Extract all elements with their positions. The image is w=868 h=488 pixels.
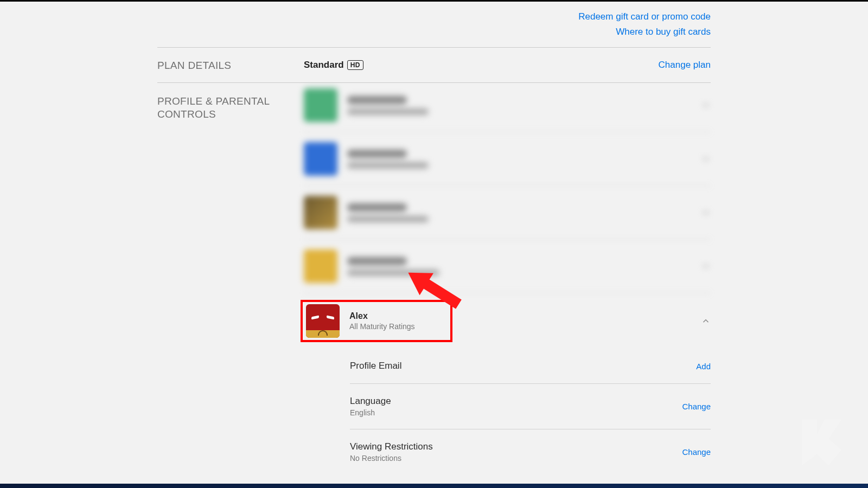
- profile-subtitle: All Maturity Ratings: [349, 322, 447, 331]
- detail-title: Viewing Restrictions: [350, 441, 433, 452]
- change-language-link[interactable]: Change: [682, 402, 711, 411]
- bottom-strip: [0, 484, 868, 488]
- profile-row-blurred[interactable]: [304, 240, 711, 293]
- hd-badge-icon: HD: [347, 60, 363, 70]
- profile-row-blurred[interactable]: [304, 186, 711, 240]
- chevron-down-icon: [701, 208, 711, 217]
- plan-section-label: PLAN DETAILS: [157, 48, 304, 72]
- profile-name: Alex: [349, 311, 447, 321]
- chevron-down-icon: [701, 154, 711, 164]
- avatar-icon: [304, 249, 337, 283]
- detail-value: No Restrictions: [350, 454, 433, 463]
- watermark-icon: [787, 404, 863, 483]
- profile-row-blurred[interactable]: [304, 83, 711, 132]
- plan-name-text: Standard: [304, 60, 344, 70]
- detail-viewing-restrictions[interactable]: Viewing Restrictions No Restrictions Cha…: [350, 429, 711, 474]
- plan-name: Standard HD: [304, 60, 363, 70]
- avatar-alex-icon: [306, 304, 340, 338]
- profile-text-blurred: [347, 203, 701, 222]
- annotation-highlight: Alex All Maturity Ratings: [301, 300, 452, 342]
- profile-row-alex[interactable]: Alex All Maturity Ratings: [304, 293, 711, 349]
- redeem-gift-link[interactable]: Redeem gift card or promo code: [157, 9, 711, 24]
- plan-row: Standard HD Change plan: [304, 48, 711, 82]
- profile-detail-list: Profile Email Add Language English Chang…: [304, 349, 711, 474]
- divider: [157, 47, 711, 48]
- plan-section: PLAN DETAILS Standard HD Change plan: [157, 48, 711, 82]
- detail-language[interactable]: Language English Change: [350, 384, 711, 429]
- chevron-down-icon: [701, 261, 711, 271]
- detail-profile-email[interactable]: Profile Email Add: [350, 349, 711, 384]
- profiles-section-label: PROFILE & PARENTAL CONTROLS: [157, 83, 304, 121]
- add-email-link[interactable]: Add: [696, 362, 711, 371]
- where-buy-link[interactable]: Where to buy gift cards: [157, 24, 711, 40]
- avatar-icon: [304, 88, 337, 122]
- divider: [157, 82, 711, 83]
- chevron-down-icon: [701, 100, 711, 110]
- profile-text-blurred: [347, 257, 701, 276]
- page-container: Redeem gift card or promo code Where to …: [157, 2, 711, 474]
- change-restrictions-link[interactable]: Change: [682, 447, 711, 457]
- detail-value: English: [350, 408, 391, 417]
- detail-title: Profile Email: [350, 361, 401, 371]
- profile-list: Alex All Maturity Ratings Profile Email: [304, 83, 711, 474]
- profile-text-blurred: [347, 150, 701, 169]
- profile-text-blurred: [347, 96, 701, 115]
- profile-row-blurred[interactable]: [304, 132, 711, 186]
- avatar-icon: [304, 142, 337, 176]
- detail-title: Language: [350, 396, 391, 407]
- chevron-up-icon: [701, 316, 711, 326]
- avatar-icon: [304, 196, 337, 229]
- top-links: Redeem gift card or promo code Where to …: [157, 6, 711, 47]
- change-plan-link[interactable]: Change plan: [659, 60, 711, 70]
